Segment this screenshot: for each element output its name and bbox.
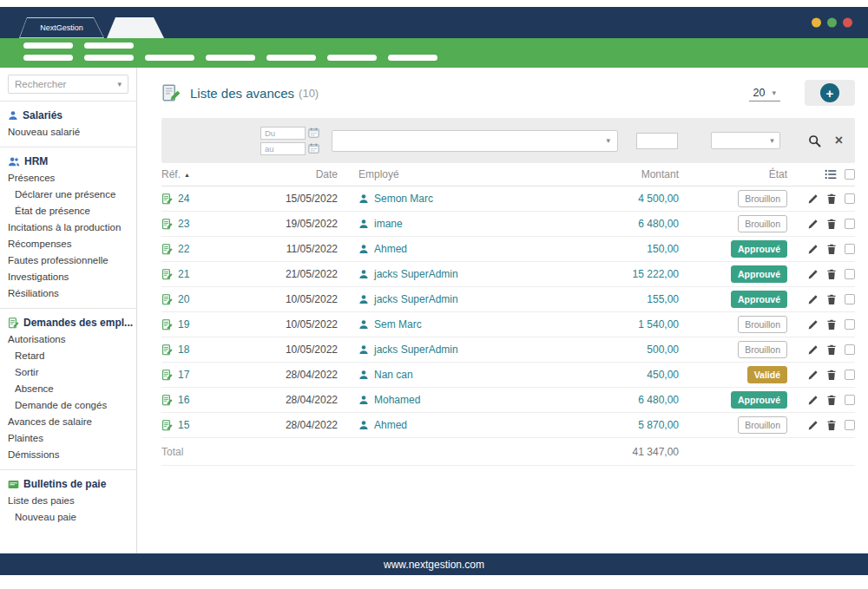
- date-to-input[interactable]: [260, 142, 306, 155]
- red-dot[interactable]: [843, 18, 852, 28]
- edit-pencil-icon[interactable]: [807, 294, 819, 305]
- employee-link[interactable]: jacks SuperAdmin: [338, 344, 549, 356]
- sidebar-section-title[interactable]: HRM: [0, 154, 136, 169]
- employee-filter-select[interactable]: ▾: [332, 130, 618, 152]
- nav-menu-pill[interactable]: [266, 55, 316, 61]
- nav-menu-pill[interactable]: [206, 55, 255, 61]
- sidebar-item[interactable]: Présences: [0, 169, 136, 186]
- employee-link[interactable]: imane: [338, 218, 549, 230]
- trash-icon[interactable]: [826, 193, 837, 205]
- status-filter-select[interactable]: ▾: [711, 132, 780, 149]
- ref-cell[interactable]: 20: [161, 293, 238, 305]
- sidebar-item[interactable]: Récompenses: [0, 235, 136, 252]
- sidebar-item[interactable]: Déclarer une présence: [0, 186, 136, 202]
- page-size-select[interactable]: 20 ▾: [749, 85, 780, 101]
- employee-link[interactable]: Sem Marc: [338, 318, 549, 330]
- edit-pencil-icon[interactable]: [807, 344, 819, 356]
- ref-cell[interactable]: 21: [161, 268, 238, 280]
- nav-menu-pill[interactable]: [84, 43, 134, 49]
- sidebar-section-title[interactable]: Demandes des empl...: [0, 315, 136, 330]
- search-icon[interactable]: [808, 134, 821, 147]
- trash-icon[interactable]: [826, 294, 837, 305]
- employee-link[interactable]: Ahmed: [338, 419, 549, 431]
- ref-cell[interactable]: 24: [161, 193, 238, 205]
- col-status[interactable]: État: [679, 168, 787, 180]
- nav-menu-pill[interactable]: [84, 55, 134, 61]
- sidebar-item[interactable]: Nouveau paie: [0, 508, 136, 525]
- row-checkbox[interactable]: [845, 269, 855, 279]
- calendar-icon[interactable]: [308, 143, 319, 154]
- sidebar-section-title[interactable]: Bulletins de paie: [0, 476, 136, 492]
- ref-cell[interactable]: 17: [161, 369, 238, 381]
- edit-pencil-icon[interactable]: [807, 219, 819, 230]
- trash-icon[interactable]: [826, 344, 837, 356]
- browser-tab-inactive[interactable]: [107, 17, 164, 38]
- trash-icon[interactable]: [826, 269, 837, 280]
- trash-icon[interactable]: [826, 244, 837, 255]
- row-checkbox[interactable]: [845, 370, 855, 380]
- select-all-checkbox[interactable]: [845, 169, 855, 180]
- edit-pencil-icon[interactable]: [807, 395, 819, 406]
- nav-menu-pill[interactable]: [327, 55, 377, 61]
- employee-link[interactable]: Nan can: [338, 369, 549, 381]
- amount-filter-input[interactable]: [636, 133, 678, 149]
- browser-tab-active[interactable]: NextGestion: [19, 17, 104, 38]
- sidebar-item[interactable]: Résiliations: [0, 285, 136, 301]
- col-employee[interactable]: Employé: [338, 168, 549, 180]
- row-checkbox[interactable]: [845, 193, 855, 204]
- edit-pencil-icon[interactable]: [807, 420, 819, 431]
- footer-url[interactable]: www.nextgestion.com: [384, 559, 484, 571]
- row-checkbox[interactable]: [845, 344, 855, 355]
- nav-menu-pill[interactable]: [388, 55, 437, 61]
- trash-icon[interactable]: [826, 395, 837, 406]
- trash-icon[interactable]: [826, 219, 837, 230]
- trash-icon[interactable]: [826, 319, 837, 330]
- ref-cell[interactable]: 23: [161, 218, 238, 230]
- col-amount[interactable]: Montant: [549, 168, 679, 180]
- row-checkbox[interactable]: [845, 244, 855, 254]
- employee-link[interactable]: Ahmed: [338, 243, 549, 255]
- row-checkbox[interactable]: [845, 219, 855, 229]
- trash-icon[interactable]: [826, 420, 837, 431]
- clear-filter-icon[interactable]: ×: [835, 134, 843, 147]
- edit-pencil-icon[interactable]: [807, 193, 819, 205]
- ref-cell[interactable]: 19: [161, 318, 238, 330]
- yellow-dot[interactable]: [812, 18, 821, 28]
- nav-menu-pill[interactable]: [23, 55, 73, 61]
- edit-pencil-icon[interactable]: [807, 370, 819, 381]
- sidebar-item[interactable]: Liste des paies: [0, 492, 136, 508]
- sidebar-item[interactable]: Incitations à la production: [0, 219, 136, 235]
- sidebar-item[interactable]: État de présence: [0, 202, 136, 219]
- sidebar-item[interactable]: Démissions: [0, 446, 136, 462]
- ref-cell[interactable]: 16: [161, 394, 238, 406]
- col-ref[interactable]: Réf. ▲: [161, 168, 238, 180]
- edit-pencil-icon[interactable]: [807, 244, 819, 255]
- edit-pencil-icon[interactable]: [807, 269, 819, 280]
- nav-menu-pill[interactable]: [23, 43, 73, 49]
- nav-menu-pill[interactable]: [145, 55, 194, 61]
- edit-pencil-icon[interactable]: [807, 319, 819, 330]
- sidebar-item[interactable]: Investigations: [0, 268, 136, 285]
- row-checkbox[interactable]: [845, 319, 855, 330]
- row-checkbox[interactable]: [845, 395, 855, 405]
- employee-link[interactable]: jacks SuperAdmin: [338, 293, 549, 305]
- sidebar-item[interactable]: Plaintes: [0, 429, 136, 446]
- sidebar-search-select[interactable]: Rechercher ▾: [8, 75, 128, 94]
- ref-cell[interactable]: 22: [161, 243, 238, 255]
- green-dot[interactable]: [827, 18, 837, 28]
- employee-link[interactable]: Mohamed: [338, 394, 549, 406]
- list-view-icon[interactable]: [825, 169, 837, 180]
- ref-cell[interactable]: 15: [161, 419, 238, 431]
- row-checkbox[interactable]: [845, 420, 855, 430]
- sidebar-item[interactable]: Absence: [0, 380, 136, 396]
- ref-cell[interactable]: 18: [161, 344, 238, 356]
- sidebar-item[interactable]: Sortir: [0, 363, 136, 380]
- sidebar-item[interactable]: Nouveau salarié: [0, 123, 136, 140]
- sidebar-item[interactable]: Demande de congés: [0, 396, 136, 413]
- sidebar-item[interactable]: Autorisations: [0, 330, 136, 347]
- add-advance-button[interactable]: +: [805, 80, 855, 106]
- employee-link[interactable]: jacks SuperAdmin: [338, 268, 549, 280]
- calendar-icon[interactable]: [308, 128, 319, 138]
- sidebar-item[interactable]: Retard: [0, 347, 136, 363]
- sidebar-item[interactable]: Avances de salaire: [0, 413, 136, 429]
